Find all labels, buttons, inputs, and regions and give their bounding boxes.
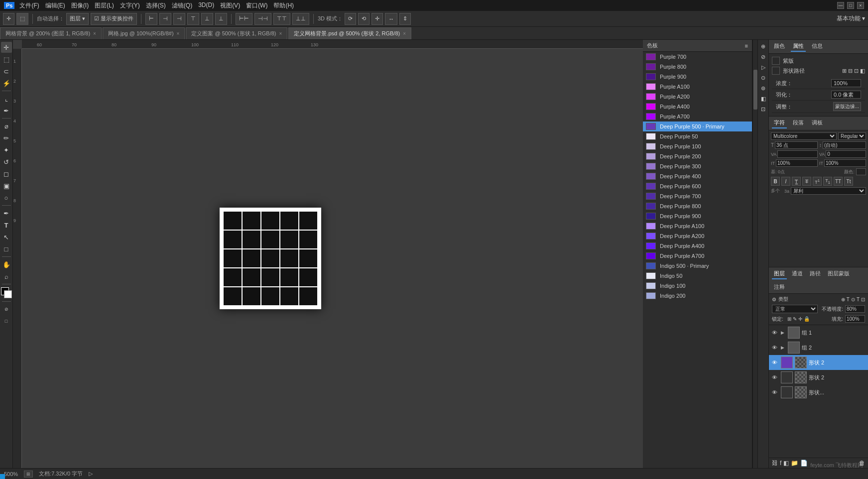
color-item-24[interactable]: Indigo 200 xyxy=(643,291,752,301)
link-layers-btn[interactable]: ⛓ xyxy=(772,460,778,467)
color-item-15[interactable]: Deep Purple 800 xyxy=(643,201,752,211)
prop-action-1[interactable]: ⊞ xyxy=(842,68,847,74)
menu-image[interactable]: 图像(I) xyxy=(71,1,89,10)
delete-layer-btn[interactable]: 🗑 xyxy=(859,460,865,467)
kerning-input[interactable] xyxy=(777,150,818,158)
underline-btn[interactable]: T̲ xyxy=(792,177,801,186)
color-item-19[interactable]: Deep Purple A400 xyxy=(643,241,752,251)
font-size-input[interactable] xyxy=(775,141,818,149)
color-item-18[interactable]: Deep Purple A200 xyxy=(643,231,752,241)
color-item-20[interactable]: Deep Purple A700 xyxy=(643,251,752,261)
layer-1-expand[interactable]: ▶ xyxy=(781,330,786,335)
color-item-17[interactable]: Deep Purple A100 xyxy=(643,221,752,231)
tab-1-close[interactable]: × xyxy=(177,31,180,36)
selection-tool-btn[interactable]: ⬚ xyxy=(1,54,12,65)
menu-help[interactable]: 帮助(H) xyxy=(273,1,294,10)
tab-palette[interactable]: 调板 xyxy=(810,118,825,128)
tab-3-close[interactable]: × xyxy=(403,31,406,36)
color-item-14[interactable]: Deep Purple 700 xyxy=(643,191,752,201)
maximize-button[interactable]: □ xyxy=(847,2,854,9)
allcaps-btn[interactable]: TT xyxy=(834,177,843,186)
mid-icon-7[interactable]: ⊡ xyxy=(759,105,768,114)
brush-tool-btn[interactable]: ✏ xyxy=(1,132,12,143)
add-mask-btn[interactable]: ◧ xyxy=(783,460,789,467)
hscale-input[interactable] xyxy=(776,159,818,167)
3d-slide[interactable]: ↔ xyxy=(385,13,397,25)
menu-edit[interactable]: 编辑(E) xyxy=(45,1,65,10)
layer-2-visibility[interactable]: 👁 xyxy=(772,345,779,351)
quick-select-tool-btn[interactable]: ⚡ xyxy=(1,78,12,89)
zoom-tool-btn[interactable]: ⌕ xyxy=(1,271,12,282)
3d-pan[interactable]: ✛ xyxy=(372,13,383,25)
tab-character[interactable]: 字符 xyxy=(772,118,787,128)
align-top[interactable]: ⊤ xyxy=(187,13,199,25)
fill-input[interactable] xyxy=(845,315,865,323)
foreground-background-colors[interactable] xyxy=(1,287,12,298)
hand-tool-btn[interactable]: ✋ xyxy=(1,259,12,270)
layer-1-visibility[interactable]: 👁 xyxy=(772,330,779,336)
menu-select[interactable]: 选择(S) xyxy=(146,1,166,10)
mask-edge-button[interactable]: 蒙版边缘... xyxy=(833,102,861,111)
layer-shape-2b[interactable]: 👁 形状 2 xyxy=(769,370,868,385)
close-button[interactable]: × xyxy=(857,2,864,9)
color-item-6[interactable]: Purple A700 xyxy=(643,112,752,121)
filt-1[interactable]: ⊕ xyxy=(841,297,845,302)
tab-paths[interactable]: 路径 xyxy=(808,269,823,279)
tab-paragraph[interactable]: 段落 xyxy=(791,118,806,128)
filt-5[interactable]: ⊡ xyxy=(861,297,865,302)
filt-3[interactable]: ⊙ xyxy=(851,297,855,302)
color-item-2[interactable]: Purple 900 xyxy=(643,72,752,82)
new-group-btn[interactable]: 📁 xyxy=(791,460,798,467)
distribute-left[interactable]: ⊢⊢ xyxy=(236,13,252,25)
distribute-top[interactable]: ⊤⊤ xyxy=(273,13,290,25)
color-item-22[interactable]: Indigo 50 xyxy=(643,271,752,281)
mid-icon-6[interactable]: ◧ xyxy=(759,94,768,103)
color-item-12[interactable]: Deep Purple 400 xyxy=(643,171,752,181)
path-select-btn[interactable]: ↖ xyxy=(1,232,12,242)
pen-tool-btn[interactable]: ✒ xyxy=(1,208,12,219)
tab-0[interactable]: 网格背景 @ 200% (图层 1, RGB/8) × xyxy=(0,27,102,39)
menu-view[interactable]: 视图(V) xyxy=(220,1,240,10)
menu-type[interactable]: 文字(Y) xyxy=(120,1,140,10)
layer-shape-2-active[interactable]: 👁 形状 2 xyxy=(769,355,868,370)
vscale-input[interactable] xyxy=(824,159,866,167)
add-style-btn[interactable]: f xyxy=(780,460,781,467)
tab-layer-comp[interactable]: 图层蒙版 xyxy=(826,269,852,279)
layer-4-visibility[interactable]: 👁 xyxy=(772,374,779,380)
color-item-4[interactable]: Purple A200 xyxy=(643,92,752,102)
color-item-10[interactable]: Deep Purple 200 xyxy=(643,151,752,161)
align-center-v[interactable]: ⊣ xyxy=(159,13,171,25)
history-brush-btn[interactable]: ↺ xyxy=(1,156,12,167)
smallcaps-btn[interactable]: Tt xyxy=(844,177,853,186)
menu-3d[interactable]: 3D(D) xyxy=(198,1,214,10)
strikethrough-btn[interactable]: T̶ xyxy=(802,177,811,186)
status-arrow[interactable]: ▷ xyxy=(89,471,93,477)
type-tool-btn[interactable]: T xyxy=(1,220,12,231)
move-tool-btn[interactable]: ✛ xyxy=(1,42,12,53)
prop-action-3[interactable]: ⊡ xyxy=(854,68,859,74)
color-item-5[interactable]: Purple A400 xyxy=(643,102,752,112)
color-scrollbar-thumb[interactable] xyxy=(753,70,757,110)
density-input[interactable] xyxy=(831,79,861,87)
tab-layers[interactable]: 图层 xyxy=(772,269,787,279)
tab-1[interactable]: 网格.jpg @ 100%(RGB/8#) × xyxy=(103,27,185,39)
color-panel-scrollbar[interactable] xyxy=(752,40,757,468)
color-item-13[interactable]: Deep Purple 600 xyxy=(643,181,752,191)
menu-file[interactable]: 文件(F) xyxy=(19,1,39,10)
crop-tool-btn[interactable]: ⌞ xyxy=(1,93,12,104)
menu-window[interactable]: 窗口(W) xyxy=(246,1,267,10)
mid-icon-1[interactable]: ⊕ xyxy=(759,42,768,51)
align-middle[interactable]: ⊥ xyxy=(201,13,213,25)
tab-2[interactable]: 定义图案 @ 500% (形状 1, RGB/8) × xyxy=(186,27,287,39)
tab-0-close[interactable]: × xyxy=(93,31,96,36)
color-item-16[interactable]: Deep Purple 900 xyxy=(643,211,752,221)
color-item-0[interactable]: Purple 700 xyxy=(643,52,752,62)
sup-btn[interactable]: T1 xyxy=(813,177,822,186)
mid-icon-4[interactable]: ⊙ xyxy=(759,73,768,82)
mid-icon-2[interactable]: ⊘ xyxy=(759,52,768,61)
dodge-tool-btn[interactable]: ○ xyxy=(1,192,12,203)
menu-layer[interactable]: 图层(L) xyxy=(95,1,114,10)
mid-icon-3[interactable]: ▷ xyxy=(759,63,768,72)
feather-input[interactable] xyxy=(831,91,861,99)
canvas-area[interactable]: 60 70 80 90 100 110 120 130 1 2 3 4 5 6 … xyxy=(13,40,643,468)
